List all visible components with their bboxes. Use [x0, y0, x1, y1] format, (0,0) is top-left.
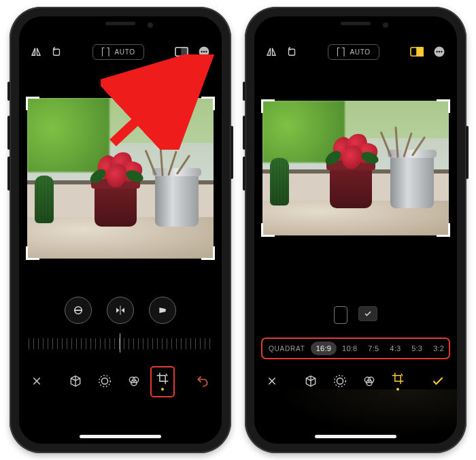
- orientation-toggle: [254, 306, 457, 324]
- svg-point-10: [99, 376, 111, 387]
- rotate-icon[interactable]: [286, 46, 298, 58]
- crop-frame[interactable]: [27, 98, 214, 259]
- svg-point-19: [439, 51, 440, 52]
- bottom-toolbar: [254, 367, 457, 395]
- power-button: [231, 126, 233, 179]
- phone-left: ⎡⎤ AUTO: [10, 7, 231, 453]
- crop-frame[interactable]: [262, 101, 449, 235]
- flip-horizontal-icon[interactable]: [30, 46, 42, 58]
- auto-label: AUTO: [350, 48, 371, 56]
- svg-point-20: [441, 51, 442, 52]
- svg-point-9: [101, 378, 107, 384]
- volume-down: [243, 157, 245, 191]
- notch: [301, 16, 410, 34]
- done-icon[interactable]: [431, 374, 445, 388]
- home-indicator[interactable]: [80, 435, 161, 438]
- aspect-ratio-options[interactable]: QUADRAT 16:9 10:8 7:5 4:3 5:3 3:2: [261, 338, 450, 359]
- aspect-ratio-icon[interactable]: [174, 46, 189, 58]
- mute-switch: [243, 82, 245, 101]
- comparison-stage: ⎡⎤ AUTO: [0, 0, 476, 460]
- undo-icon[interactable]: [196, 374, 209, 388]
- orientation-landscape-icon[interactable]: [358, 306, 377, 321]
- perspective-icon[interactable]: [149, 297, 176, 324]
- viewfinder-icon: ⎡⎤: [337, 48, 345, 56]
- auto-button[interactable]: ⎡⎤ AUTO: [92, 44, 143, 60]
- angle-dial[interactable]: [29, 333, 212, 352]
- active-dot: [396, 388, 399, 391]
- auto-label: AUTO: [115, 48, 135, 56]
- phone-right: ⎡⎤ AUTO: [245, 7, 466, 453]
- crop-tool-selected[interactable]: [391, 372, 405, 391]
- crop-handle-br[interactable]: [437, 223, 450, 237]
- crop-canvas[interactable]: [254, 101, 457, 235]
- crop-handle-tr[interactable]: [437, 99, 450, 113]
- aspect-option-7-5[interactable]: 7:5: [362, 342, 384, 355]
- volume-up: [7, 116, 10, 150]
- crop-handle-tl[interactable]: [261, 99, 275, 113]
- volume-up: [243, 116, 245, 150]
- aspect-option-quadrat[interactable]: QUADRAT: [265, 342, 311, 355]
- crop-handle-br[interactable]: [201, 246, 215, 260]
- crop-handle-bl[interactable]: [261, 223, 275, 237]
- auto-button[interactable]: ⎡⎤ AUTO: [328, 44, 379, 60]
- crop-canvas[interactable]: [19, 98, 222, 259]
- viewfinder-icon: ⎡⎤: [101, 48, 110, 56]
- screen: ⎡⎤ AUTO: [19, 16, 222, 444]
- more-icon[interactable]: [197, 45, 211, 59]
- power-button: [466, 126, 469, 179]
- filters-icon[interactable]: [362, 374, 376, 388]
- cube-icon[interactable]: [69, 374, 82, 388]
- top-toolbar: ⎡⎤ AUTO: [19, 41, 222, 63]
- svg-point-21: [337, 378, 343, 384]
- svg-point-18: [437, 51, 438, 52]
- bottom-toolbar: [19, 367, 222, 395]
- aspect-option-10-8[interactable]: 10:8: [337, 342, 362, 355]
- transform-controls: [19, 297, 222, 324]
- svg-point-22: [335, 376, 346, 387]
- crop-handle-tr[interactable]: [201, 97, 215, 110]
- aspect-ratio-icon[interactable]: [409, 46, 424, 58]
- flip-horizontal-icon[interactable]: [265, 46, 277, 58]
- crop-tool-selected[interactable]: [156, 372, 169, 391]
- filters-icon[interactable]: [127, 374, 141, 388]
- notch: [66, 16, 175, 34]
- aspect-option-16-9[interactable]: 16:9: [311, 342, 337, 355]
- close-icon[interactable]: [267, 376, 277, 387]
- screen: ⎡⎤ AUTO: [254, 16, 457, 444]
- cube-icon[interactable]: [304, 374, 318, 388]
- more-icon[interactable]: [432, 45, 446, 59]
- svg-point-5: [203, 51, 205, 52]
- crop-handle-bl[interactable]: [26, 246, 39, 260]
- orientation-portrait-icon[interactable]: [334, 306, 347, 324]
- photo-preview: [27, 98, 214, 259]
- crop-handle-tl[interactable]: [26, 97, 39, 110]
- svg-rect-16: [417, 48, 423, 56]
- aspect-option-5-3[interactable]: 5:3: [406, 342, 428, 355]
- photo-preview: [262, 101, 449, 235]
- rotate-icon[interactable]: [50, 46, 63, 58]
- aspect-option-3-2[interactable]: 3:2: [428, 342, 449, 355]
- straighten-icon[interactable]: [65, 297, 92, 324]
- close-icon[interactable]: [31, 376, 42, 387]
- svg-point-4: [201, 51, 203, 52]
- svg-rect-2: [182, 48, 188, 56]
- adjust-icon[interactable]: [333, 374, 347, 389]
- mute-switch: [7, 82, 10, 101]
- home-indicator[interactable]: [315, 435, 396, 438]
- mirror-horizontal-icon[interactable]: [107, 297, 134, 324]
- aspect-option-4-3[interactable]: 4:3: [384, 342, 406, 355]
- adjust-icon[interactable]: [97, 374, 112, 389]
- callout-highlight: [150, 366, 175, 397]
- svg-point-6: [205, 51, 207, 52]
- top-toolbar: ⎡⎤ AUTO: [254, 41, 457, 63]
- volume-down: [7, 157, 10, 191]
